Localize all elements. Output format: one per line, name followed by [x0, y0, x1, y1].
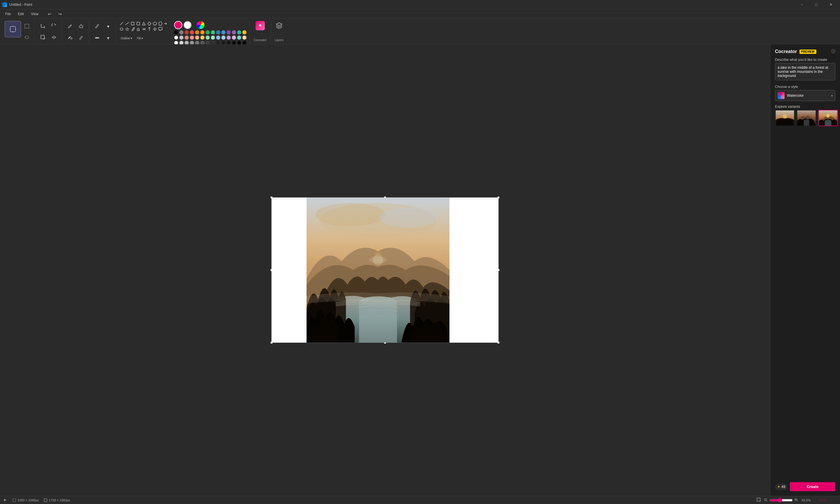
brush-size-btn[interactable]: [92, 33, 102, 43]
info-icon[interactable]: ⓘ: [831, 49, 835, 54]
fit-page-button[interactable]: [757, 498, 761, 503]
swatch-lr3[interactable]: [195, 36, 199, 40]
swatch-gold[interactable]: [242, 30, 246, 34]
color2-swatch[interactable]: [184, 21, 192, 29]
swatch-red[interactable]: [190, 30, 194, 34]
shape-4arrow[interactable]: [152, 26, 157, 32]
swatch-lr11[interactable]: [237, 36, 241, 40]
zoom-slider[interactable]: [769, 498, 793, 503]
svg-rect-1: [25, 24, 29, 28]
create-button[interactable]: Create: [790, 482, 835, 491]
shapes-grid: [119, 21, 169, 32]
shape-pentagon[interactable]: [152, 21, 157, 26]
swatch-teal[interactable]: [237, 30, 241, 34]
swatch-lr2[interactable]: [190, 36, 194, 40]
shape-diamond[interactable]: [147, 21, 152, 26]
swatch-lr12[interactable]: [242, 36, 246, 40]
layers-ribbon-button[interactable]: Layers: [271, 20, 287, 43]
brush-dropdown[interactable]: ▾: [103, 21, 114, 32]
minimize-button[interactable]: −: [795, 0, 808, 9]
swatch-darkpurple[interactable]: [227, 30, 231, 34]
fill-button[interactable]: [65, 32, 75, 42]
select-rect-button[interactable]: [21, 21, 32, 32]
outline-btn[interactable]: Outline ▾: [119, 33, 134, 43]
variant-1[interactable]: [775, 110, 795, 126]
variant-2[interactable]: [796, 110, 817, 126]
zoom-in-button[interactable]: [794, 498, 798, 503]
shape-rect[interactable]: [130, 21, 135, 26]
shape-rect2[interactable]: [136, 21, 141, 26]
flip-button[interactable]: [49, 32, 59, 42]
swatch-lr4[interactable]: [200, 36, 204, 40]
swatch-blue[interactable]: [221, 30, 225, 34]
swatch-silver[interactable]: [179, 36, 184, 40]
shape-callout[interactable]: [158, 26, 163, 32]
shape-star4[interactable]: [124, 26, 130, 32]
swatch-lr9[interactable]: [227, 36, 231, 40]
menu-file[interactable]: File: [2, 11, 14, 17]
shape-arrow2[interactable]: [141, 26, 147, 32]
prompt-textarea[interactable]: a lake in the middle of a forest at sunr…: [775, 63, 835, 80]
shape-curve[interactable]: [124, 21, 130, 26]
shape-hexagon[interactable]: [158, 21, 163, 26]
select-free-button[interactable]: [21, 32, 32, 42]
svg-rect-14: [159, 28, 162, 30]
resize-button[interactable]: [38, 32, 48, 42]
paint-button[interactable]: [76, 32, 86, 42]
swatch-gray[interactable]: [179, 30, 184, 34]
selection-tool-button[interactable]: [5, 21, 21, 37]
swatch-darkgreen[interactable]: [206, 30, 210, 34]
svg-text:XDA: XDA: [819, 498, 827, 502]
canvas-area[interactable]: [0, 44, 770, 496]
swatch-green[interactable]: [211, 30, 215, 34]
swatch-black[interactable]: [174, 30, 178, 34]
style-dropdown[interactable]: Watercolor ▾: [775, 90, 835, 101]
variant-3[interactable]: [818, 110, 838, 126]
swatch-darkred[interactable]: [185, 30, 189, 34]
shape-arrow3[interactable]: [147, 26, 152, 32]
swatch-orange[interactable]: [195, 30, 199, 34]
shape-parallelogram[interactable]: [130, 26, 135, 32]
zoom-out-button[interactable]: [764, 498, 768, 503]
rotate-button[interactable]: [49, 21, 59, 32]
swatch-lr7[interactable]: [216, 36, 220, 40]
cocreator-ribbon-button[interactable]: Cocreator: [250, 20, 270, 43]
shape-arrow[interactable]: [163, 21, 169, 26]
zoom-control: [764, 498, 798, 503]
swatch-purple[interactable]: [232, 30, 236, 34]
credit-badge: ✦ 49: [775, 484, 788, 490]
shape-triangle[interactable]: [141, 21, 147, 26]
swatch-white[interactable]: [174, 36, 178, 40]
color1-swatch[interactable]: [174, 21, 182, 29]
eraser-button[interactable]: [76, 21, 86, 32]
canvas-white-left: [272, 198, 307, 343]
redo-button[interactable]: ↪: [55, 11, 65, 17]
shape-oval[interactable]: [119, 26, 124, 32]
crop-button[interactable]: [38, 21, 48, 32]
svg-rect-3: [41, 35, 44, 39]
swatch-lr1[interactable]: [185, 36, 189, 40]
brush-select-button[interactable]: [92, 21, 102, 32]
swatch-lr5[interactable]: [206, 36, 210, 40]
color-palette-button[interactable]: [196, 21, 205, 29]
brush-more-btn[interactable]: ▾: [103, 33, 114, 43]
shape-trapezoid[interactable]: [136, 26, 141, 32]
maximize-button[interactable]: □: [810, 0, 823, 9]
swatch-lr10[interactable]: [232, 36, 236, 40]
shape-line[interactable]: [119, 21, 124, 26]
titlebar: Untitled - Paint − □ ✕: [0, 0, 840, 9]
menu-edit[interactable]: Edit: [15, 11, 27, 17]
color-swatches-row2: [174, 36, 247, 40]
menu-view[interactable]: View: [28, 11, 41, 17]
swatch-lr8[interactable]: [221, 36, 225, 40]
swatch-darkblue[interactable]: [216, 30, 220, 34]
svg-point-30: [826, 114, 829, 118]
close-button[interactable]: ✕: [824, 0, 838, 9]
zoom-level: 93.5%: [802, 499, 813, 502]
fill-shape-btn[interactable]: Fill ▾: [135, 33, 145, 43]
swatch-yellow[interactable]: [200, 30, 204, 34]
swatch-lr6[interactable]: [211, 36, 215, 40]
pencil-button[interactable]: [65, 21, 75, 32]
undo-button[interactable]: ↩: [45, 11, 54, 17]
svg-rect-32: [44, 499, 47, 502]
